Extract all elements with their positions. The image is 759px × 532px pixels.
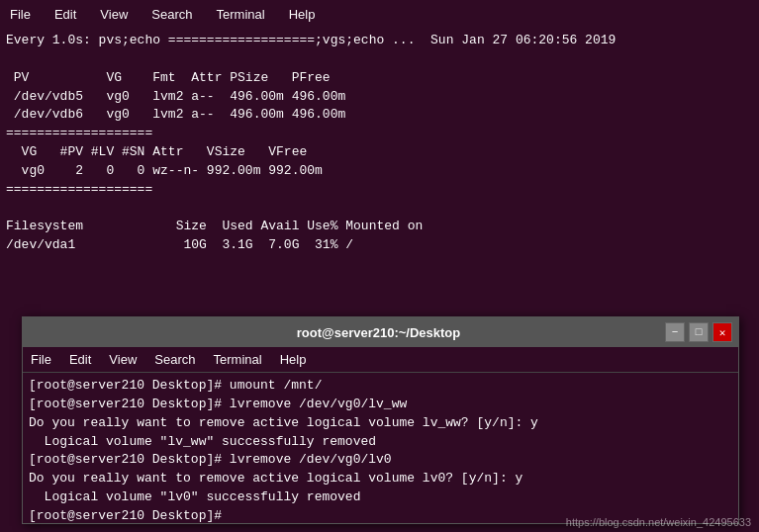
overlay-menu-search[interactable]: Search [150,350,199,369]
overlay-menu-terminal[interactable]: Terminal [210,350,266,369]
minimize-button[interactable]: − [665,322,685,342]
menu-file[interactable]: File [4,5,37,24]
overlay-terminal-content: [root@server210 Desktop]# umount /mnt/ [… [23,373,738,523]
window-controls: − □ ✕ [665,322,732,342]
watermark: https://blog.csdn.net/weixin_42495633 [566,516,751,528]
menu-view[interactable]: View [94,5,134,24]
overlay-menubar: File Edit View Search Terminal Help [23,347,738,373]
overlay-menu-help[interactable]: Help [276,350,311,369]
overlay-terminal: root@server210:~/Desktop − □ ✕ File Edit… [22,316,739,524]
close-button[interactable]: ✕ [712,322,732,342]
main-terminal-content: Every 1.0s: pvs;echo ===================… [0,28,727,259]
overlay-title: root@server210:~/Desktop [92,325,665,340]
overlay-menu-view[interactable]: View [105,350,141,369]
menu-search[interactable]: Search [145,5,198,24]
overlay-menu-file[interactable]: File [27,350,55,369]
main-menubar: File Edit View Search Terminal Help [0,0,727,28]
overlay-menu-edit[interactable]: Edit [65,350,95,369]
maximize-button[interactable]: □ [689,322,709,342]
menu-terminal[interactable]: Terminal [211,5,271,24]
menu-help[interactable]: Help [283,5,322,24]
menu-edit[interactable]: Edit [48,5,82,24]
overlay-titlebar: root@server210:~/Desktop − □ ✕ [23,317,738,347]
